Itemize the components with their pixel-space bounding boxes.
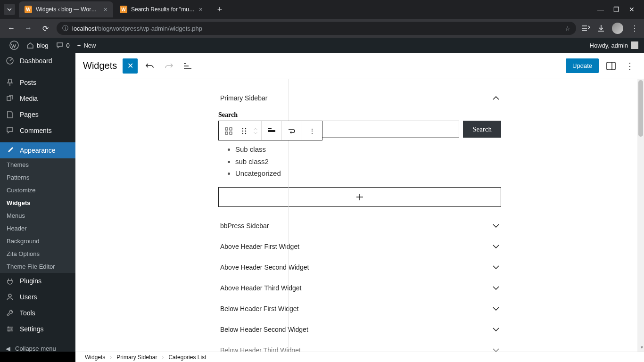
forward-button[interactable]: → (23, 24, 34, 33)
downloads-icon[interactable] (598, 25, 604, 32)
menu-label: Settings (20, 325, 44, 333)
browser-tab-inactive[interactable]: W Search Results for "mumbai" – × (114, 1, 208, 17)
pin-icon (6, 78, 15, 87)
chevron-up-icon (493, 96, 499, 100)
browser-menu-icon[interactable]: ⋮ (631, 24, 638, 33)
submenu-zita[interactable]: Zita Options (0, 247, 75, 260)
submenu-background[interactable]: Background (0, 235, 75, 247)
drag-handle-icon[interactable] (239, 121, 250, 141)
home-icon (26, 42, 34, 49)
svg-point-4 (11, 329, 12, 330)
chevron-down-icon (493, 307, 499, 311)
button-position-button[interactable] (282, 121, 302, 141)
scrollbar-thumb[interactable] (638, 80, 643, 137)
menu-label: Pages (20, 111, 39, 118)
menu-appearance[interactable]: Appearance (0, 142, 75, 158)
submenu-patterns[interactable]: Patterns (0, 171, 75, 184)
back-button[interactable]: ← (6, 24, 17, 33)
toggle-label-button[interactable] (262, 121, 281, 141)
crumb-primary[interactable]: Primary Sidebar (116, 354, 157, 361)
svg-rect-9 (230, 128, 232, 130)
comment-icon (56, 42, 64, 49)
svg-rect-19 (268, 128, 272, 129)
tab-title: Widgets ‹ blog — WordPress (36, 6, 100, 13)
update-button[interactable]: Update (566, 58, 599, 73)
editor-canvas: Primary Sidebar Search (75, 79, 644, 352)
wp-logo[interactable] (6, 38, 23, 53)
menu-plugins[interactable]: Plugins (0, 273, 75, 289)
menu-media[interactable]: Media (0, 90, 75, 107)
chevron-down-icon (493, 245, 499, 248)
svg-point-14 (242, 131, 243, 132)
menu-settings[interactable]: Settings (0, 321, 75, 337)
chevron-down-icon (493, 286, 499, 290)
browser-tab-active[interactable]: W Widgets ‹ blog — WordPress × (19, 1, 113, 17)
site-info-icon[interactable]: ⓘ (62, 24, 68, 33)
new-label: New (83, 42, 96, 49)
collapse-menu[interactable]: ◀Collapse menu (0, 341, 75, 352)
more-options-button[interactable]: ⋮ (302, 121, 322, 141)
search-button[interactable]: Search (463, 121, 501, 138)
submenu-theme-editor[interactable]: Theme File Editor (0, 260, 75, 273)
menu-label: Plugins (20, 277, 41, 285)
tab-close-icon[interactable]: × (199, 6, 203, 13)
submenu-header[interactable]: Header (0, 222, 75, 235)
howdy-link[interactable]: Howdy, admin (590, 41, 638, 49)
wrench-icon (6, 309, 15, 317)
tab-search-dropdown[interactable] (4, 4, 15, 15)
svg-rect-10 (225, 132, 228, 134)
new-link[interactable]: + New (74, 38, 100, 53)
svg-point-16 (242, 133, 243, 134)
reload-button[interactable]: ⟳ (40, 24, 51, 33)
block-type-icon[interactable] (219, 121, 239, 141)
widget-area-below-3[interactable]: Below Header Third Widget (218, 340, 501, 352)
howdy-text: Howdy, admin (590, 42, 628, 49)
chevron-down-icon (493, 348, 499, 352)
menu-pages[interactable]: Pages (0, 107, 75, 123)
scrollbar[interactable]: ▾ (637, 79, 644, 352)
submenu-customize[interactable]: Customize (0, 184, 75, 197)
plugin-icon (6, 277, 15, 285)
minimize-icon[interactable]: — (597, 6, 604, 13)
scroll-down-arrow[interactable]: ▾ (641, 345, 643, 350)
wordpress-favicon: W (25, 6, 32, 13)
block-toolbar: ⋮ (218, 121, 322, 140)
browser-toolbar: ← → ⟳ ⓘ localhost/blog/wordpress/wp-admi… (0, 19, 644, 38)
comment-count: 0 (66, 42, 70, 49)
tab-close-icon[interactable]: × (104, 6, 107, 13)
menu-users[interactable]: Users (0, 289, 75, 305)
profile-avatar[interactable] (612, 23, 623, 34)
reading-list-icon[interactable] (582, 25, 590, 32)
undo-button[interactable] (143, 59, 157, 73)
new-tab-button[interactable]: + (213, 3, 226, 16)
menu-posts[interactable]: Posts (0, 74, 75, 90)
submenu-menus[interactable]: Menus (0, 209, 75, 222)
settings-panel-toggle[interactable] (604, 59, 618, 73)
plus-icon (355, 192, 364, 202)
crumb-categories[interactable]: Categories List (168, 354, 206, 361)
crumb-widgets[interactable]: Widgets (85, 354, 105, 361)
editor-main: Widgets ✕ Update ⋮ Primary Sidebar Searc… (75, 53, 644, 352)
menu-comments[interactable]: Comments (0, 123, 75, 139)
site-link[interactable]: blog (23, 38, 52, 53)
star-icon[interactable]: ☆ (565, 25, 570, 32)
sliders-icon (6, 325, 15, 333)
media-icon (6, 94, 15, 103)
address-bar[interactable]: ⓘ localhost/blog/wordpress/wp-admin/widg… (57, 22, 576, 35)
redo-button[interactable] (162, 59, 175, 73)
close-window-icon[interactable]: ✕ (629, 6, 635, 13)
submenu-widgets[interactable]: Widgets (0, 197, 75, 209)
options-menu-button[interactable]: ⋮ (623, 59, 636, 73)
submenu-themes[interactable]: Themes (0, 158, 75, 171)
maximize-icon[interactable]: ❐ (613, 6, 619, 13)
svg-rect-8 (225, 128, 228, 130)
close-inserter-button[interactable]: ✕ (123, 58, 138, 74)
menu-tools[interactable]: Tools (0, 305, 75, 321)
window-controls: — ❐ ✕ (597, 6, 640, 13)
comments-link[interactable]: 0 (52, 38, 74, 53)
svg-rect-11 (230, 132, 232, 134)
document-overview-button[interactable] (181, 59, 194, 73)
menu-dashboard[interactable]: Dashboard (0, 53, 75, 69)
browser-tab-strip: W Widgets ‹ blog — WordPress × W Search … (0, 0, 644, 19)
move-arrows[interactable] (250, 121, 261, 141)
